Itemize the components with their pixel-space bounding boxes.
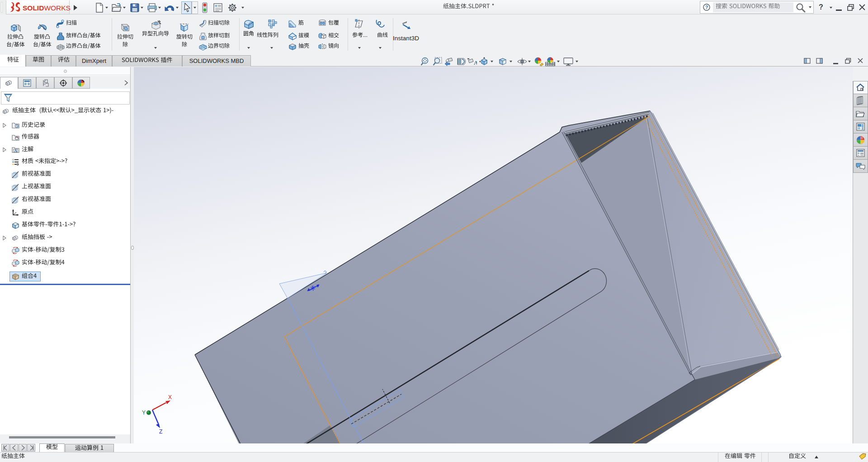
svg-text:X: X — [168, 394, 172, 400]
svg-text:Y: Y — [142, 410, 146, 416]
svg-text:A: A — [14, 148, 17, 153]
svg-text:A: A — [474, 59, 477, 66]
svg-text:Z: Z — [159, 429, 162, 435]
svg-text:?: ? — [705, 5, 708, 10]
